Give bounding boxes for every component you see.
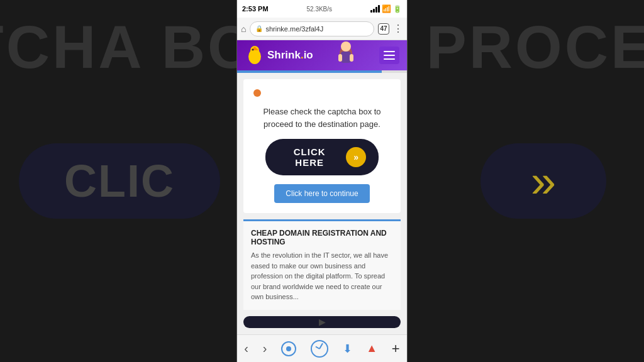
click-here-button[interactable]: CLICK HERE » (265, 139, 379, 175)
svg-rect-6 (341, 52, 351, 63)
svg-point-5 (341, 41, 351, 52)
status-speed: 52.3KB/s (306, 6, 332, 13)
mascot-icon (333, 40, 358, 68)
hamburger-line-1 (384, 51, 395, 52)
bottom-btn-label: ▶ (319, 317, 325, 327)
bg-click-text: CLIC (64, 155, 175, 207)
wifi-icon: 📶 (382, 4, 391, 13)
svg-point-10 (286, 346, 291, 351)
add-tab-icon[interactable]: + (392, 341, 400, 357)
svg-point-3 (252, 49, 254, 51)
signal-icon (370, 5, 380, 13)
lock-icon: 🔒 (255, 25, 263, 32)
shrink-logo: Shrink.io (245, 44, 313, 67)
bg-chevrons: » (480, 143, 606, 219)
continue-button[interactable]: Click here to continue (274, 184, 369, 203)
ad-section: CHEAP DOMAIN REGISTRATION AND HOSTING As… (243, 219, 401, 310)
url-field[interactable]: 🔒 shrinke.me/3zfal4J (250, 21, 374, 36)
ad-title: CHEAP DOMAIN REGISTRATION AND HOSTING (251, 229, 393, 246)
indicator-dot (253, 89, 261, 97)
battery-icon: 🔋 (393, 5, 402, 13)
chrome-icon-svg (281, 341, 296, 356)
svg-rect-8 (350, 54, 353, 62)
chrome-icon[interactable] (281, 341, 296, 356)
address-bar: ⌂ 🔒 shrinke.me/3zfal4J 47 ⋮ (237, 18, 407, 40)
captcha-card: Please check the captcha box to proceed … (243, 79, 401, 213)
back-icon[interactable]: ‹ (244, 341, 248, 356)
download-icon[interactable]: ⬇ (343, 342, 352, 356)
captcha-message: Please check the captcha box to proceed … (251, 106, 393, 130)
timer-hand-2 (315, 346, 319, 349)
svg-rect-7 (338, 54, 342, 62)
tab-count[interactable]: 47 (378, 23, 389, 35)
status-time: 2:53 PM (242, 5, 269, 13)
bg-click-button: CLIC (19, 143, 220, 219)
click-here-label: CLICK HERE (278, 146, 341, 168)
phone-frame: 2:53 PM 52.3KB/s 📶 🔋 ⌂ 🔒 shrinke.me/3zfa… (236, 0, 408, 362)
home-icon[interactable]: ⌂ (241, 24, 246, 34)
status-bar: 2:53 PM 52.3KB/s 📶 🔋 (237, 0, 407, 18)
bg-chevron-icon: » (531, 155, 556, 207)
shrink-mascot (333, 40, 358, 70)
forward-icon[interactable]: › (263, 341, 267, 356)
bottom-partial-button[interactable]: ▶ (243, 316, 401, 329)
status-icons: 📶 🔋 (370, 4, 402, 13)
continue-label: Click here to continue (286, 189, 358, 198)
browser-menu-icon[interactable]: ⋮ (393, 23, 403, 35)
hamburger-line-2 (384, 55, 395, 56)
page-content: Please check the captcha box to proceed … (237, 73, 407, 334)
hamburger-line-3 (384, 58, 395, 60)
chevron-double-icon: » (346, 147, 366, 167)
timer-icon[interactable] (311, 340, 328, 358)
url-text: shrinke.me/3zfal4J (265, 25, 323, 33)
shrink-logo-text: Shrink.io (267, 49, 313, 62)
logo-bird-icon (245, 44, 265, 67)
cloud-icon[interactable]: ▲ (366, 342, 377, 355)
bottom-nav-bar: ‹ › ⬇ ▲ + (237, 334, 407, 362)
shrink-header: Shrink.io (237, 40, 407, 70)
ad-body: As the revolution in the IT sector, we a… (251, 250, 393, 302)
hamburger-menu-button[interactable] (379, 47, 399, 64)
